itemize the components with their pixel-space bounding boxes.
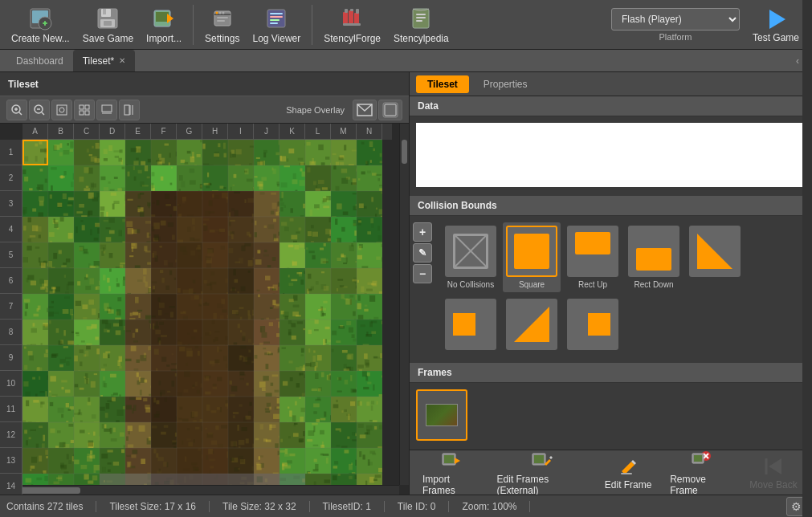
tileset-inner: ABCDEFGHIJKLMN 1234567891011121314151617 <box>0 124 392 495</box>
zoom-out-button[interactable] <box>29 100 50 120</box>
view-button-3[interactable] <box>96 100 117 120</box>
collision-item-rect-right[interactable] <box>564 295 622 356</box>
col-header-N: N <box>357 124 382 140</box>
vertical-scrollbar[interactable] <box>399 124 409 485</box>
collision-item-tri-bl[interactable] <box>686 222 744 292</box>
svg-rect-24 <box>270 22 278 24</box>
separator-1 <box>193 5 194 45</box>
svg-rect-30 <box>350 9 353 11</box>
create-new-label: Create New... <box>11 33 70 44</box>
tab-close-button[interactable]: ✕ <box>119 56 125 65</box>
collision-label-rect-up: Rect Up <box>578 280 607 289</box>
import-button[interactable]: Import... <box>141 2 186 47</box>
collision-scrollbar[interactable] <box>802 96 812 450</box>
row-header-6: 6 <box>0 268 22 294</box>
left-panel: Tileset <box>0 72 410 495</box>
save-game-button[interactable]: Save Game <box>78 2 138 47</box>
view-button-1[interactable] <box>51 100 72 120</box>
zoom-in-button[interactable] <box>6 100 27 120</box>
tab-dashboard-label: Dashboard <box>16 55 63 67</box>
collision-item-rect-down[interactable]: Rect Down <box>625 222 683 292</box>
col-header-G: G <box>177 124 202 140</box>
settings-button[interactable]: Settings <box>200 2 244 47</box>
log-viewer-button[interactable]: Log Viewer <box>247 2 305 47</box>
frame-thumbnail-1[interactable] <box>416 389 467 441</box>
platform-select[interactable]: Flash (Player) <box>611 8 740 31</box>
tri-bl-shape <box>697 234 732 269</box>
collision-item-rect-left[interactable] <box>442 295 500 356</box>
tileset-container[interactable]: ABCDEFGHIJKLMN 1234567891011121314151617 <box>0 124 409 495</box>
create-new-button[interactable]: Create New... <box>6 2 75 47</box>
stencylpedia-button[interactable]: Stencylpedia <box>389 2 454 47</box>
svg-rect-33 <box>416 14 426 15</box>
stencylforge-icon <box>340 6 365 31</box>
edit-frame-label: Edit Frame <box>605 479 652 491</box>
scroll-thumb-v[interactable] <box>402 140 407 164</box>
import-frames-button[interactable]: Import Frames <box>416 446 488 495</box>
collision-item-rect-up[interactable]: Rect Up <box>564 222 622 292</box>
edit-frames-external-button[interactable]: Edit Frames (External) <box>491 446 594 495</box>
create-new-icon <box>27 6 53 31</box>
data-textarea[interactable] <box>416 123 806 187</box>
collision-edit-button[interactable]: ✎ <box>413 243 432 263</box>
test-game-button[interactable]: Test Game <box>746 3 806 47</box>
col-header-B: B <box>48 124 74 140</box>
stencylforge-button[interactable]: StencylForge <box>319 2 386 47</box>
remove-frame-button[interactable]: Remove Frame <box>663 446 738 495</box>
rect-right-shape <box>575 307 610 342</box>
import-icon <box>151 6 177 31</box>
overlay-toggle-button[interactable] <box>378 100 402 120</box>
svg-rect-63 <box>444 455 454 463</box>
status-zoom: Zoom: 100% <box>462 501 530 512</box>
svg-rect-25 <box>343 12 348 25</box>
svg-rect-26 <box>349 10 353 25</box>
data-section-content <box>410 116 812 196</box>
remove-frame-icon <box>690 450 712 472</box>
row-header-1: 1 <box>0 140 22 165</box>
collision-add-button[interactable]: + <box>413 222 432 242</box>
svg-marker-60 <box>514 307 549 342</box>
edit-frames-icon <box>530 450 553 472</box>
svg-marker-58 <box>697 234 732 269</box>
square-shape <box>514 234 549 269</box>
right-tab-tileset[interactable]: Tileset <box>416 75 469 93</box>
toolbar: Create New... Save Game Import... <box>0 0 812 50</box>
tileset-scroll[interactable]: ABCDEFGHIJKLMN 1234567891011121314151617 <box>0 124 409 495</box>
collision-remove-button[interactable]: − <box>413 264 432 283</box>
right-tab-properties[interactable]: Properties <box>472 75 539 93</box>
scroll-thumb-h[interactable] <box>16 487 80 494</box>
svg-rect-20 <box>267 10 285 27</box>
collision-item-tri-br[interactable] <box>503 295 561 356</box>
log-viewer-icon <box>263 6 289 31</box>
sub-toolbar: Shape Overlay <box>0 96 409 124</box>
tab-prev-button[interactable]: ‹ <box>796 55 799 67</box>
collision-item-square[interactable]: Square <box>503 222 561 292</box>
view-button-2[interactable] <box>74 100 95 120</box>
row-header-2: 2 <box>0 165 22 191</box>
tab-tileset[interactable]: Tileset* ✕ <box>73 50 136 71</box>
collision-label-none: No Collisions <box>447 280 494 289</box>
stencylpedia-label: Stencylpedia <box>394 33 449 44</box>
frame-inner-1 <box>426 404 458 426</box>
tab-dashboard[interactable]: Dashboard <box>6 50 73 71</box>
import-label: Import... <box>146 33 182 44</box>
svg-point-45 <box>59 108 64 112</box>
tileset-canvas <box>22 140 382 495</box>
collision-item-none[interactable]: No Collisions <box>442 222 500 292</box>
move-back-button[interactable]: Move Back <box>741 452 806 494</box>
right-tabs: Tileset Properties <box>410 72 812 96</box>
collision-box-rect-left <box>445 299 496 350</box>
edit-frame-icon <box>617 455 639 478</box>
svg-line-43 <box>42 112 44 115</box>
view-button-4[interactable] <box>119 100 140 120</box>
col-header-C: C <box>74 124 100 140</box>
edit-frame-button[interactable]: Edit Frame <box>596 452 660 494</box>
horizontal-scrollbar[interactable] <box>0 485 399 495</box>
svg-rect-18 <box>217 17 228 18</box>
overlay-envelope-button[interactable] <box>353 100 377 120</box>
svg-rect-28 <box>343 23 361 26</box>
frames-content <box>410 383 812 447</box>
col-header-A: A <box>22 124 48 140</box>
col-header-H: H <box>202 124 228 140</box>
move-back-label: Move Back <box>749 479 797 491</box>
